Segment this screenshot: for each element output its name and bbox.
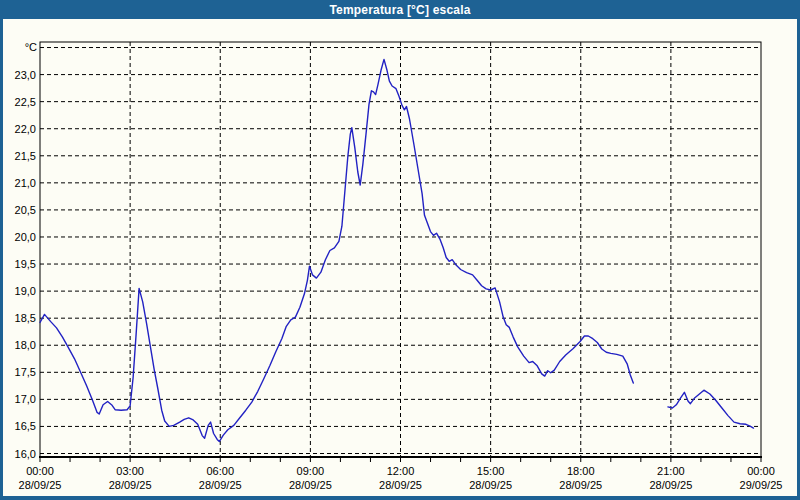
x-tick-time-label: 09:00	[297, 465, 325, 477]
y-tick-label: 17,5	[15, 366, 36, 378]
y-tick-label: 22,0	[15, 123, 36, 135]
temperature-line-segment	[668, 390, 754, 428]
y-tick-label: 18,5	[15, 312, 36, 324]
y-tick-label: 20,0	[15, 231, 36, 243]
window-title: Temperatura [°C] escala	[329, 3, 470, 17]
x-tick-time-label: 06:00	[206, 465, 234, 477]
x-tick-date-label: 28/09/25	[19, 479, 62, 491]
y-tick-label: 16,0	[15, 448, 36, 460]
temperature-chart: 23,022,522,021,521,020,520,019,519,018,5…	[3, 19, 797, 496]
chart-container: 23,022,522,021,521,020,520,019,519,018,5…	[3, 19, 797, 496]
x-tick-date-label: 28/09/25	[199, 479, 242, 491]
x-tick-date-label: 28/09/25	[469, 479, 512, 491]
y-tick-label: 20,5	[15, 204, 36, 216]
x-tick-date-label: 28/09/25	[649, 479, 692, 491]
y-tick-label: 18,0	[15, 339, 36, 351]
window-frame: 23,022,522,021,521,020,520,019,519,018,5…	[0, 19, 800, 500]
x-tick-date-label: 28/09/25	[379, 479, 422, 491]
y-tick-label: 23,0	[15, 69, 36, 81]
y-axis-unit-label: °C	[25, 41, 37, 53]
y-tick-label: 21,0	[15, 177, 36, 189]
temperature-line-segment	[40, 59, 633, 441]
y-tick-label: 19,0	[15, 285, 36, 297]
y-tick-label: 21,5	[15, 150, 36, 162]
x-tick-date-label: 28/09/25	[289, 479, 332, 491]
window-titlebar: Temperatura [°C] escala	[0, 0, 800, 19]
x-tick-time-label: 21:00	[657, 465, 685, 477]
y-tick-label: 22,5	[15, 96, 36, 108]
x-tick-date-label: 28/09/25	[559, 479, 602, 491]
y-tick-label: 16,5	[15, 420, 36, 432]
app-window: Temperatura [°C] escala 23,022,522,021,5…	[0, 0, 800, 500]
x-tick-time-label: 03:00	[116, 465, 144, 477]
x-tick-time-label: 18:00	[567, 465, 595, 477]
x-tick-date-label: 28/09/25	[109, 479, 152, 491]
y-tick-label: 17,0	[15, 393, 36, 405]
x-tick-date-label: 29/09/25	[740, 479, 783, 491]
y-tick-label: 19,5	[15, 258, 36, 270]
x-tick-time-label: 15:00	[477, 465, 505, 477]
x-tick-time-label: 00:00	[26, 465, 54, 477]
x-tick-time-label: 12:00	[387, 465, 415, 477]
x-tick-time-label: 00:00	[747, 465, 775, 477]
